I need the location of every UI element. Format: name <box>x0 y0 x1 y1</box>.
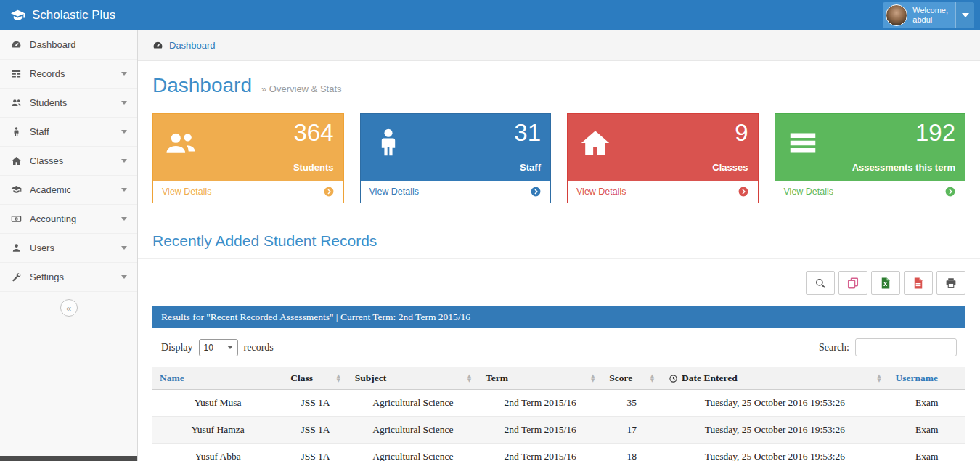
records-icon <box>11 68 22 79</box>
page-size-value: 10 <box>204 343 213 353</box>
avatar <box>886 4 907 26</box>
table-search: Search: <box>819 338 957 356</box>
table-controls: Display 10 records Search: <box>152 328 965 367</box>
user-menu[interactable]: Welcome, abdul <box>883 2 974 28</box>
display-label: Display <box>161 342 193 354</box>
sidebar-item-records[interactable]: Records <box>0 60 137 89</box>
sidebar-item-users[interactable]: Users <box>0 234 137 263</box>
tile-staff: 31 Staff View Details <box>360 113 552 203</box>
sidebar-item-label: Dashboard <box>30 39 127 50</box>
tile-assessments-view-details[interactable]: View Details <box>775 181 965 203</box>
copy-button[interactable] <box>838 271 867 295</box>
page-header: Dashboard » Overview & Stats <box>138 61 980 102</box>
cell-score: 18 <box>602 444 661 461</box>
arrow-circle-right-icon <box>944 186 956 197</box>
dashboard-icon <box>11 39 22 50</box>
wrench-icon <box>11 272 22 282</box>
main-content: Dashboard Dashboard » Overview & Stats 3… <box>138 30 980 461</box>
page-title: Dashboard <box>152 74 252 97</box>
chevron-down-icon <box>121 101 127 105</box>
tile-label: Classes <box>712 162 748 173</box>
username-text: abdul <box>912 15 948 25</box>
cell-username: Exam <box>889 444 965 461</box>
col-header-term[interactable]: Term▲▼ <box>478 367 602 390</box>
sidebar-item-classes[interactable]: Classes <box>0 147 137 176</box>
sidebar-collapse-button[interactable]: « <box>60 299 78 317</box>
chevron-down-icon <box>121 246 127 250</box>
col-header-subject[interactable]: Subject▲▼ <box>348 367 478 390</box>
cell-class: JSS 1A <box>283 417 347 444</box>
stat-tiles: 364 Students View Details 31 Staff View … <box>138 102 980 203</box>
sort-icon: ▲▼ <box>336 374 340 383</box>
search-button[interactable] <box>806 271 835 295</box>
search-icon <box>814 277 827 290</box>
excel-icon <box>879 277 892 290</box>
table-row: Yusuf Musa JSS 1A Agricultural Science 2… <box>152 390 965 417</box>
cell-term: 2nd Term 2015/16 <box>478 417 602 444</box>
cell-score: 17 <box>602 417 661 444</box>
breadcrumb: Dashboard <box>138 30 980 61</box>
printer-icon <box>944 277 957 290</box>
sidebar-item-accounting[interactable]: Accounting <box>0 205 137 234</box>
print-button[interactable] <box>936 271 965 295</box>
sidebar-item-settings[interactable]: Settings <box>0 263 137 292</box>
chevron-down-icon <box>121 130 127 134</box>
clock-icon <box>669 374 678 383</box>
sidebar-item-dashboard[interactable]: Dashboard <box>0 30 137 60</box>
sidebar-item-students[interactable]: Students <box>0 89 137 118</box>
cell-subject: Agricultural Science <box>348 390 478 417</box>
assessments-table: Name Class▲▼ Subject▲▼ Term▲▼ Score▲▼ <box>152 367 965 461</box>
brand-link[interactable]: Scholastic Plus <box>10 0 115 30</box>
view-details-link: View Details <box>784 187 834 197</box>
view-details-link: View Details <box>162 187 212 197</box>
col-header-class[interactable]: Class▲▼ <box>283 367 347 390</box>
pdf-export-button[interactable] <box>904 271 933 295</box>
sort-icon: ▲▼ <box>877 374 881 383</box>
chevron-down-icon <box>121 72 127 76</box>
cell-date-entered: Tuesday, 25 October 2016 19:53:26 <box>661 390 888 417</box>
table-toolbar <box>138 259 980 295</box>
sort-icon: ▲▼ <box>650 374 654 383</box>
results-panel-header: Results for "Recent Recorded Assessments… <box>152 306 965 328</box>
graduation-cap-icon <box>10 8 25 23</box>
cell-date-entered: Tuesday, 25 October 2016 19:53:26 <box>661 444 888 461</box>
graduation-cap-icon <box>11 184 22 195</box>
col-header-username[interactable]: Username <box>889 367 965 390</box>
cell-username: Exam <box>889 390 965 417</box>
tile-staff-view-details[interactable]: View Details <box>361 181 551 203</box>
search-input[interactable] <box>855 338 957 356</box>
view-details-link: View Details <box>576 187 626 197</box>
sidebar: Dashboard Records Students Staff Classes… <box>0 30 138 461</box>
col-header-label: Score <box>609 372 632 384</box>
col-header-label: Date Entered <box>682 372 738 384</box>
tile-classes-view-details[interactable]: View Details <box>568 181 758 203</box>
tile-students-top: 364 Students <box>153 114 343 181</box>
tile-value: 364 <box>293 119 333 147</box>
breadcrumb-link-dashboard[interactable]: Dashboard <box>169 40 216 51</box>
chevron-down-icon <box>121 275 127 279</box>
tile-students-view-details[interactable]: View Details <box>153 181 343 203</box>
cell-date-entered: Tuesday, 25 October 2016 19:53:26 <box>661 417 888 444</box>
page-size-select[interactable]: 10 <box>199 339 238 356</box>
cell-username: Exam <box>889 417 965 444</box>
sidebar-item-staff[interactable]: Staff <box>0 118 137 147</box>
arrow-circle-right-icon <box>323 186 335 197</box>
cell-subject: Agricultural Science <box>348 444 478 461</box>
welcome-text: Welcome, <box>912 6 948 15</box>
tile-label: Assessments this term <box>852 162 955 173</box>
top-bar: Scholastic Plus Welcome, abdul <box>0 0 980 30</box>
tile-label: Students <box>293 162 334 173</box>
page-size-control: Display 10 records <box>161 339 274 356</box>
user-menu-toggle[interactable] <box>955 2 974 28</box>
table-header-row: Name Class▲▼ Subject▲▼ Term▲▼ Score▲▼ <box>152 367 965 390</box>
tile-value: 9 <box>735 119 748 147</box>
col-header-date-entered[interactable]: Date Entered▲▼ <box>661 367 888 390</box>
cell-term: 2nd Term 2015/16 <box>478 390 602 417</box>
excel-export-button[interactable] <box>871 271 900 295</box>
sidebar-item-academic[interactable]: Academic <box>0 176 137 205</box>
table-row: Yusuf Hamza JSS 1A Agricultural Science … <box>152 417 965 444</box>
col-header-name[interactable]: Name <box>152 367 283 390</box>
tile-staff-top: 31 Staff <box>361 114 551 181</box>
cell-class: JSS 1A <box>283 390 347 417</box>
col-header-score[interactable]: Score▲▼ <box>602 367 661 390</box>
